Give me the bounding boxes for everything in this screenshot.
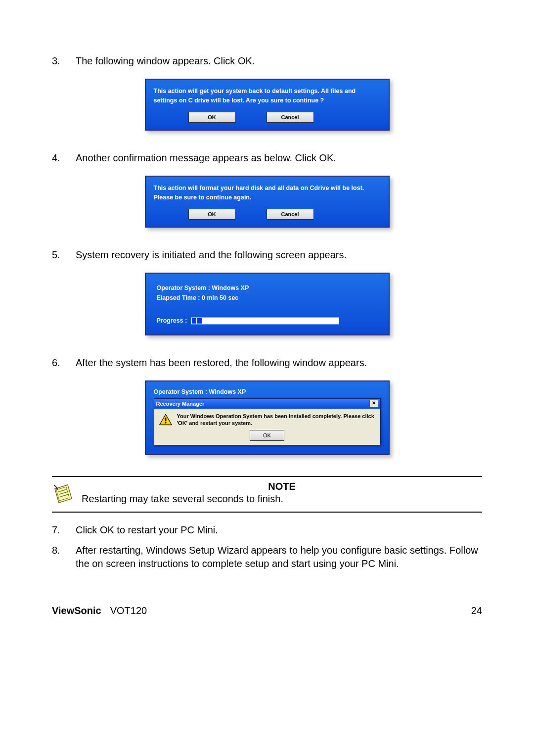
step-text: After the system has been restored, the … bbox=[76, 356, 482, 370]
confirm-dialog-2: This action will format your hard disk a… bbox=[145, 176, 390, 228]
warning-icon bbox=[159, 414, 172, 425]
progress-chunk bbox=[197, 318, 202, 324]
dialog2-wrap: This action will format your hard disk a… bbox=[52, 176, 482, 228]
confirm-dialog-1: This action will get your system back to… bbox=[145, 79, 390, 131]
step-3: 3. The following window appears. Click O… bbox=[52, 54, 482, 68]
step-text: After restarting, Windows Setup Wizard a… bbox=[76, 544, 482, 570]
completed-ok-button[interactable]: OK bbox=[250, 430, 284, 441]
progress-chunk bbox=[192, 318, 196, 324]
footer-brand: ViewSonic bbox=[52, 605, 101, 616]
step-number: 5. bbox=[52, 248, 76, 262]
step-number: 6. bbox=[52, 356, 76, 370]
footer-model: VOT120 bbox=[110, 605, 147, 616]
dialog-ok-row: OK bbox=[154, 430, 380, 445]
step-4: 4. Another confirmation message appears … bbox=[52, 151, 482, 165]
dialog-body-text: Your Windows Operation System has been i… bbox=[177, 413, 375, 427]
step-text: System recovery is initiated and the fol… bbox=[76, 248, 482, 262]
note-icon bbox=[52, 482, 76, 506]
dialog2-ok-button[interactable]: OK bbox=[188, 209, 236, 220]
recovery-manager-dialog: Recovery Manager ✕ Your Windows Operatio… bbox=[154, 398, 381, 446]
dialog1-cancel-button[interactable]: Cancel bbox=[267, 112, 314, 123]
dialog1-buttons: OK Cancel bbox=[154, 112, 381, 123]
step-number: 7. bbox=[52, 523, 76, 537]
progress-panel: Operator System : Windows XP Elapsed Tim… bbox=[145, 273, 390, 335]
step-number: 3. bbox=[52, 54, 76, 68]
note-text: Restarting may take several seconds to f… bbox=[82, 493, 482, 505]
note-content: NOTE Restarting may take several seconds… bbox=[82, 481, 482, 505]
progress-wrap: Operator System : Windows XP Elapsed Tim… bbox=[52, 273, 482, 335]
step-8: 8. After restarting, Windows Setup Wizar… bbox=[52, 544, 482, 570]
os-line-2: Operator System : Windows XP bbox=[154, 388, 381, 395]
svg-rect-2 bbox=[165, 422, 166, 423]
step-7: 7. Click OK to restart your PC Mini. bbox=[52, 523, 482, 537]
dialog2-cancel-button[interactable]: Cancel bbox=[267, 209, 314, 220]
progress-row: Progress : bbox=[157, 317, 378, 325]
svg-rect-1 bbox=[165, 417, 166, 421]
step-text: The following window appears. Click OK. bbox=[76, 54, 482, 68]
page-number: 24 bbox=[471, 605, 482, 616]
step-text: Another confirmation message appears as … bbox=[76, 151, 482, 165]
note-title: NOTE bbox=[82, 481, 482, 492]
step-6: 6. After the system has been restored, t… bbox=[52, 356, 482, 370]
dialog2-message: This action will format your hard disk a… bbox=[154, 184, 381, 203]
note-block: NOTE Restarting may take several seconds… bbox=[52, 476, 482, 513]
dialog1-message: This action will get your system back to… bbox=[154, 87, 381, 106]
dialog2-buttons: OK Cancel bbox=[154, 209, 381, 220]
footer-left: ViewSonic VOT120 bbox=[52, 605, 147, 616]
close-icon[interactable]: ✕ bbox=[369, 400, 378, 408]
step-number: 4. bbox=[52, 151, 76, 165]
progress-label: Progress : bbox=[157, 317, 187, 324]
step-text: Click OK to restart your PC Mini. bbox=[76, 523, 482, 537]
step-5: 5. System recovery is initiated and the … bbox=[52, 248, 482, 262]
completed-wrap: Operator System : Windows XP Recovery Ma… bbox=[52, 380, 482, 456]
step-number: 8. bbox=[52, 544, 76, 570]
progress-bar bbox=[191, 317, 339, 325]
dialog-body: Your Windows Operation System has been i… bbox=[154, 409, 380, 430]
dialog1-ok-button[interactable]: OK bbox=[188, 112, 236, 123]
elapsed-time-line: Elapsed Time : 0 min 50 sec bbox=[157, 294, 378, 301]
completed-panel: Operator System : Windows XP Recovery Ma… bbox=[145, 380, 390, 456]
os-line: Operator System : Windows XP bbox=[157, 284, 378, 291]
footer: ViewSonic VOT120 24 bbox=[52, 605, 482, 616]
dialog-title: Recovery Manager bbox=[156, 401, 205, 407]
dialog1-wrap: This action will get your system back to… bbox=[52, 79, 482, 131]
dialog-titlebar: Recovery Manager ✕ bbox=[154, 399, 380, 409]
